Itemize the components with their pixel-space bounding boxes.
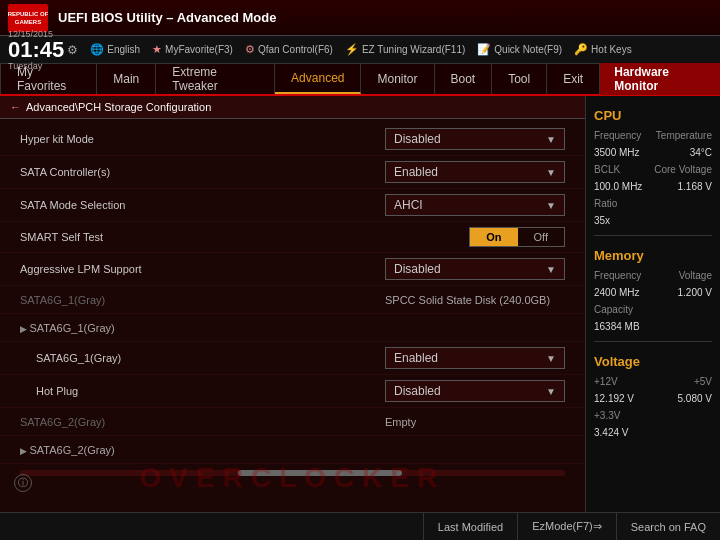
time-display: 01:45 bbox=[8, 39, 64, 61]
last-modified-btn[interactable]: Last Modified bbox=[423, 513, 517, 540]
sidebar-mem-cap-row: Capacity bbox=[594, 304, 712, 315]
sidebar-cpu-bclk-value: 100.0 MHz bbox=[594, 181, 642, 192]
setting-dropdown-sata6g1-en[interactable]: Enabled ▼ bbox=[385, 347, 565, 369]
setting-label-sata-mode: SATA Mode Selection bbox=[20, 199, 385, 211]
sidebar-mem-cap-val-row: 16384 MB bbox=[594, 321, 712, 332]
toolbar-quick-note[interactable]: 📝 Quick Note(F9) bbox=[477, 43, 562, 56]
qfan-icon: ⚙ bbox=[245, 43, 255, 56]
nav-my-favorites[interactable]: My Favorites bbox=[0, 64, 97, 94]
setting-row-aggressive-lpm: Aggressive LPM Support Disabled ▼ bbox=[0, 253, 585, 286]
sidebar-cpu-vcore-value: 1.168 V bbox=[678, 181, 712, 192]
scroll-indicator[interactable] bbox=[20, 470, 565, 476]
sidebar-cpu-freq-value: 3500 MHz bbox=[594, 147, 640, 158]
ez-mode-btn[interactable]: EzMode(F7)⇒ bbox=[517, 513, 616, 540]
dropdown-arrow-icon: ▼ bbox=[546, 353, 556, 364]
sidebar-cpu-ratio-val-row: 35x bbox=[594, 215, 712, 226]
toolbar-myfavorite[interactable]: ★ MyFavorite(F3) bbox=[152, 43, 233, 56]
sidebar-volt-33v-value: 3.424 V bbox=[594, 427, 628, 438]
hot-keys-icon: 🔑 bbox=[574, 43, 588, 56]
sidebar-cpu-ratio-label: Ratio bbox=[594, 198, 617, 209]
sidebar-voltage-title: Voltage bbox=[594, 354, 712, 369]
rog-logo: REPUBLIC OF GAMERS bbox=[8, 4, 48, 32]
sidebar-cpu-freq-val-row: 3500 MHz 34°C bbox=[594, 147, 712, 158]
nav-tool[interactable]: Tool bbox=[492, 64, 547, 94]
time-settings-icon[interactable]: ⚙ bbox=[67, 43, 78, 57]
sidebar-volt-33v-label: +3.3V bbox=[594, 410, 620, 421]
sidebar-volt-5v-value: 5.080 V bbox=[678, 393, 712, 404]
nav-exit[interactable]: Exit bbox=[547, 64, 600, 94]
sidebar-mem-cap-value: 16384 MB bbox=[594, 321, 640, 332]
setting-value-sata6g2-info: Empty bbox=[385, 416, 565, 428]
dropdown-arrow-icon: ▼ bbox=[546, 386, 556, 397]
nav-main[interactable]: Main bbox=[97, 64, 156, 94]
hw-monitor-tab[interactable]: Hardware Monitor bbox=[600, 63, 720, 95]
scroll-thumb bbox=[238, 470, 402, 476]
toolbar-qfan[interactable]: ⚙ Qfan Control(F6) bbox=[245, 43, 333, 56]
breadcrumb-path: Advanced\PCH Storage Configuration bbox=[26, 101, 211, 113]
setting-dropdown-aggressive-lpm[interactable]: Disabled ▼ bbox=[385, 258, 565, 280]
toggle-off-btn[interactable]: Off bbox=[518, 228, 564, 246]
setting-row-smart-test: SMART Self Test On Off bbox=[0, 222, 585, 253]
breadcrumb: ← Advanced\PCH Storage Configuration bbox=[0, 96, 585, 119]
sidebar-cpu-freq-label: Frequency bbox=[594, 130, 641, 141]
setting-label-aggressive-lpm: Aggressive LPM Support bbox=[20, 263, 385, 275]
svg-text:GAMERS: GAMERS bbox=[15, 19, 41, 25]
setting-dropdown-hyper-kit[interactable]: Disabled ▼ bbox=[385, 128, 565, 150]
dropdown-arrow-icon: ▼ bbox=[546, 200, 556, 211]
sidebar-volt-33v-val-row: 3.424 V bbox=[594, 427, 712, 438]
setting-row-sata-mode: SATA Mode Selection AHCI ▼ bbox=[0, 189, 585, 222]
sidebar-cpu-vcore-label: Core Voltage bbox=[654, 164, 712, 175]
search-faq-btn[interactable]: Search on FAQ bbox=[616, 513, 720, 540]
setting-label-sata6g2-exp: SATA6G_2(Gray) bbox=[20, 444, 565, 456]
main-area: ← Advanced\PCH Storage Configuration Hyp… bbox=[0, 96, 720, 512]
svg-rect-0 bbox=[8, 4, 48, 32]
toolbar-language[interactable]: 🌐 English bbox=[90, 43, 140, 56]
toolbar-hot-keys[interactable]: 🔑 Hot Keys bbox=[574, 43, 632, 56]
nav-advanced[interactable]: Advanced bbox=[275, 64, 361, 94]
sidebar-memory-title: Memory bbox=[594, 248, 712, 263]
nav-menu: My Favorites Main Extreme Tweaker Advanc… bbox=[0, 64, 720, 96]
setting-label-sata6g1-info: SATA6G_1(Gray) bbox=[20, 294, 385, 306]
sidebar-volt-33v-row: +3.3V bbox=[594, 410, 712, 421]
nav-right: Hardware Monitor bbox=[600, 63, 720, 95]
favorite-icon: ★ bbox=[152, 43, 162, 56]
setting-row-sata6g1-en: SATA6G_1(Gray) Enabled ▼ bbox=[0, 342, 585, 375]
sidebar-cpu-bclk-val-row: 100.0 MHz 1.168 V bbox=[594, 181, 712, 192]
sidebar-cpu-bclk-label: BCLK bbox=[594, 164, 620, 175]
dropdown-arrow-icon: ▼ bbox=[546, 264, 556, 275]
setting-label-sata-ctrl: SATA Controller(s) bbox=[20, 166, 385, 178]
sidebar-mem-freq-val-row: 2400 MHz 1.200 V bbox=[594, 287, 712, 298]
setting-dropdown-sata-mode[interactable]: AHCI ▼ bbox=[385, 194, 565, 216]
setting-row-sata6g1-info: SATA6G_1(Gray) SPCC Solid State Disk (24… bbox=[0, 286, 585, 314]
setting-row-sata6g2-exp[interactable]: SATA6G_2(Gray) bbox=[0, 436, 585, 464]
svg-text:REPUBLIC OF: REPUBLIC OF bbox=[8, 11, 48, 17]
nav-monitor[interactable]: Monitor bbox=[361, 64, 434, 94]
toolbar-ez-tuning[interactable]: ⚡ EZ Tuning Wizard(F11) bbox=[345, 43, 465, 56]
setting-row-sata6g1-exp[interactable]: SATA6G_1(Gray) bbox=[0, 314, 585, 342]
setting-row-hyper-kit: Hyper kit Mode Disabled ▼ bbox=[0, 123, 585, 156]
sidebar-volt-12v-val-row: 12.192 V 5.080 V bbox=[594, 393, 712, 404]
back-arrow-icon[interactable]: ← bbox=[10, 101, 21, 113]
nav-boot[interactable]: Boot bbox=[435, 64, 493, 94]
setting-toggle-smart-test[interactable]: On Off bbox=[469, 227, 565, 247]
sidebar-mem-freq-label: Frequency bbox=[594, 270, 641, 281]
sidebar-volt-12v-label: +12V bbox=[594, 376, 618, 387]
sidebar-mem-volt-value: 1.200 V bbox=[678, 287, 712, 298]
setting-dropdown-hot-plug[interactable]: Disabled ▼ bbox=[385, 380, 565, 402]
nav-extreme-tweaker[interactable]: Extreme Tweaker bbox=[156, 64, 275, 94]
ez-tuning-icon: ⚡ bbox=[345, 43, 359, 56]
setting-row-hot-plug: Hot Plug Disabled ▼ bbox=[0, 375, 585, 408]
sidebar-volt-12v-value: 12.192 V bbox=[594, 393, 634, 404]
setting-row-sata6g2-info: SATA6G_2(Gray) Empty bbox=[0, 408, 585, 436]
settings-list: Hyper kit Mode Disabled ▼ SATA Controlle… bbox=[0, 119, 585, 468]
sidebar-divider-1 bbox=[594, 235, 712, 236]
sidebar-cpu-ratio-row: Ratio bbox=[594, 198, 712, 209]
setting-dropdown-sata-ctrl[interactable]: Enabled ▼ bbox=[385, 161, 565, 183]
sidebar-cpu-bclk-row: BCLK Core Voltage bbox=[594, 164, 712, 175]
setting-label-smart-test: SMART Self Test bbox=[20, 231, 469, 243]
setting-label-hyper-kit: Hyper kit Mode bbox=[20, 133, 385, 145]
setting-label-sata6g2-info: SATA6G_2(Gray) bbox=[20, 416, 385, 428]
toggle-on-btn[interactable]: On bbox=[470, 228, 517, 246]
watermark-text: OVERCLOCKER bbox=[0, 464, 585, 492]
info-icon[interactable]: ⓘ bbox=[14, 474, 32, 492]
